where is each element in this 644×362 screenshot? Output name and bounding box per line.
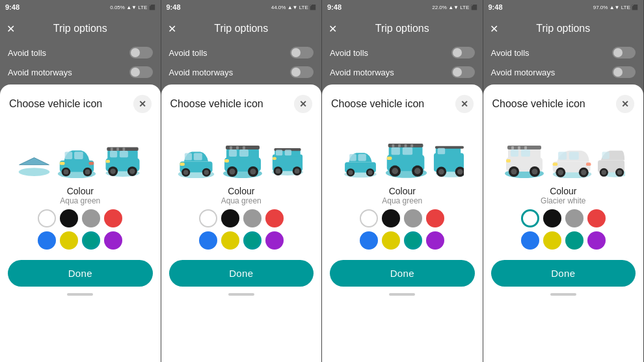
car-item-1-2[interactable] bbox=[175, 144, 217, 178]
color-gray-2[interactable] bbox=[243, 209, 262, 227]
avoid-motorways-toggle-4[interactable] bbox=[612, 66, 636, 78]
color-white-1[interactable] bbox=[38, 209, 56, 227]
sheet-close-1[interactable]: ✕ bbox=[133, 95, 152, 113]
sheet-header-3: Choose vehicle icon ✕ bbox=[322, 84, 483, 118]
svg-rect-73 bbox=[398, 144, 401, 148]
avoid-tolls-toggle-3[interactable] bbox=[451, 47, 475, 58]
color-gray-1[interactable] bbox=[82, 209, 100, 227]
done-button-3[interactable]: Done bbox=[330, 260, 475, 287]
close-icon-3[interactable]: ✕ bbox=[329, 23, 337, 35]
close-icon-1[interactable]: ✕ bbox=[7, 23, 15, 35]
color-blue-3[interactable] bbox=[360, 231, 378, 250]
color-yellow-3[interactable] bbox=[382, 231, 400, 250]
color-teal-4[interactable] bbox=[565, 231, 584, 250]
colour-title-1: Colour bbox=[8, 186, 153, 196]
color-blue-4[interactable] bbox=[521, 231, 539, 250]
color-yellow-2[interactable] bbox=[221, 231, 239, 250]
phone-panel-4: 9:48 97.0% ▲▼ LTE ⬛ ✕ Trip options Avoid… bbox=[483, 0, 645, 362]
color-blue-2[interactable] bbox=[199, 231, 217, 250]
svg-rect-34 bbox=[180, 162, 185, 166]
svg-rect-11 bbox=[89, 162, 94, 165]
svg-rect-105 bbox=[506, 159, 511, 162]
done-button-2[interactable]: Done bbox=[169, 260, 314, 287]
color-blue-1[interactable] bbox=[38, 231, 56, 250]
sheet-close-3[interactable]: ✕ bbox=[455, 95, 474, 113]
color-red-3[interactable] bbox=[426, 209, 444, 227]
svg-rect-96 bbox=[511, 146, 514, 149]
color-black-3[interactable] bbox=[382, 209, 400, 227]
color-gray-4[interactable] bbox=[565, 209, 584, 227]
color-white-4[interactable] bbox=[521, 209, 539, 227]
color-purple-4[interactable] bbox=[587, 231, 606, 250]
avoid-motorways-toggle-2[interactable] bbox=[290, 66, 314, 78]
car-item-2-3[interactable] bbox=[383, 138, 430, 178]
svg-rect-108 bbox=[558, 152, 567, 160]
trip-title-1: Trip options bbox=[53, 23, 107, 34]
avoid-tolls-row-3: Avoid tolls bbox=[322, 43, 483, 62]
color-yellow-1[interactable] bbox=[60, 231, 78, 250]
colour-title-3: Colour bbox=[330, 186, 475, 196]
car-item-2-1[interactable] bbox=[101, 140, 144, 178]
sheet-close-2[interactable]: ✕ bbox=[294, 95, 312, 113]
color-purple-2[interactable] bbox=[265, 231, 284, 250]
color-red-2[interactable] bbox=[265, 209, 284, 227]
color-white-2[interactable] bbox=[199, 209, 217, 227]
svg-rect-82 bbox=[387, 157, 392, 160]
svg-point-47 bbox=[250, 169, 256, 175]
close-icon-4[interactable]: ✕ bbox=[490, 23, 498, 35]
color-black-4[interactable] bbox=[543, 209, 561, 227]
home-indicator-3 bbox=[389, 293, 415, 296]
svg-rect-16 bbox=[111, 148, 113, 151]
car-item-0-1[interactable] bbox=[16, 146, 52, 178]
car-carousel-3 bbox=[322, 118, 483, 183]
status-icons-2: 44.0% ▲▼ LTE ⬛ bbox=[271, 5, 316, 10]
color-red-4[interactable] bbox=[587, 209, 606, 227]
avoid-tolls-toggle-4[interactable] bbox=[612, 47, 636, 58]
car-carousel-2 bbox=[161, 118, 322, 183]
color-black-1[interactable] bbox=[60, 209, 78, 227]
avoid-motorways-toggle-3[interactable] bbox=[451, 66, 475, 78]
color-purple-1[interactable] bbox=[104, 231, 122, 250]
avoid-motorways-toggle-1[interactable] bbox=[129, 66, 153, 78]
color-black-2[interactable] bbox=[221, 209, 239, 227]
car-item-1-1[interactable] bbox=[55, 142, 99, 178]
car-item-1-3[interactable] bbox=[340, 146, 381, 178]
avoid-motorways-row-3: Avoid motorways bbox=[322, 62, 483, 82]
car-item-4-4[interactable] bbox=[598, 144, 625, 178]
svg-point-45 bbox=[230, 169, 235, 175]
svg-rect-99 bbox=[511, 149, 518, 157]
avoid-motorways-label-1: Avoid motorways bbox=[8, 68, 72, 77]
avoid-tolls-toggle-1[interactable] bbox=[129, 47, 153, 58]
color-teal-2[interactable] bbox=[243, 231, 262, 250]
done-button-1[interactable]: Done bbox=[8, 260, 153, 287]
car-item-2-4[interactable] bbox=[502, 139, 547, 178]
color-teal-3[interactable] bbox=[404, 231, 422, 250]
close-icon-2[interactable]: ✕ bbox=[168, 23, 176, 35]
trip-header-4: ✕ Trip options bbox=[483, 14, 644, 43]
car-item-2-2[interactable] bbox=[220, 139, 265, 178]
svg-rect-42 bbox=[229, 149, 237, 157]
color-yellow-4[interactable] bbox=[543, 231, 561, 250]
color-purple-3[interactable] bbox=[426, 231, 444, 250]
svg-rect-74 bbox=[405, 144, 407, 148]
car-item-3-3[interactable] bbox=[433, 140, 464, 178]
color-gray-3[interactable] bbox=[404, 209, 422, 227]
trip-header-1: ✕ Trip options bbox=[0, 14, 161, 43]
color-teal-1[interactable] bbox=[82, 231, 100, 250]
avoid-tolls-label-1: Avoid tolls bbox=[8, 48, 46, 58]
color-red-1[interactable] bbox=[104, 209, 122, 227]
avoid-tolls-row-1: Avoid tolls bbox=[0, 43, 161, 62]
color-row1-4 bbox=[491, 209, 636, 227]
svg-rect-75 bbox=[410, 144, 413, 148]
svg-point-9 bbox=[85, 170, 90, 175]
color-white-3[interactable] bbox=[360, 209, 378, 227]
car-item-3-2[interactable] bbox=[268, 142, 307, 178]
svg-point-56 bbox=[276, 168, 281, 174]
svg-point-7 bbox=[64, 170, 69, 175]
avoid-motorways-row-1: Avoid motorways bbox=[0, 62, 161, 82]
avoid-tolls-toggle-2[interactable] bbox=[290, 47, 314, 58]
done-button-4[interactable]: Done bbox=[491, 260, 636, 287]
car-item-3-4[interactable] bbox=[550, 144, 595, 178]
sheet-close-4[interactable]: ✕ bbox=[616, 95, 634, 113]
svg-rect-10 bbox=[60, 162, 65, 165]
